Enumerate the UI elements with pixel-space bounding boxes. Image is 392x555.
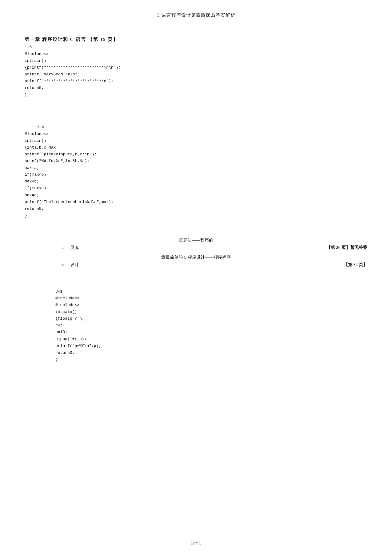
problem-1-6: 1-6 #include<> intmain() {inta,b,c,max; … (25, 125, 367, 219)
page-footer: 1/77 1 (0, 541, 392, 546)
chapter1-section: 第一章 程序设计和 C 语言 【第 15 页】 1-5 #include<> i… (25, 37, 367, 219)
page-header: C 语言程序设计第四版课后答案解析 (25, 12, 367, 18)
chapter2-num: 2 (62, 245, 70, 250)
problem-3-1-code: #include<> #include<> intmain() {floatp,… (55, 295, 367, 363)
problem-1-6-code: #include<> intmain() {inta,b,c,max; prin… (25, 131, 367, 219)
page-container: C 语言程序设计第四版课后答案解析 第一章 程序设计和 C 语言 【第 15 页… (0, 0, 392, 555)
chapter2-row: 2 灵魂 【第 36 页】暂无答案 (62, 245, 367, 250)
page-number: 1/77 1 (191, 541, 201, 545)
chapter3-title: 设计 (70, 262, 264, 268)
problem-1-5-code: #include<> intmain() {printf("**********… (25, 51, 367, 98)
chapter3-num: 3 (62, 262, 70, 267)
chapter2-title: 灵魂 (70, 245, 277, 250)
problem-1-6-label: 1-6 (37, 125, 367, 130)
toc-chapter3: 章最简单的 C 程序设计——顺序程序 3 设计 【第 82 页】 (25, 255, 367, 268)
chapter2-heading: 章算法——程序的 (25, 238, 367, 243)
problem-3-1: 3-1 #include<> #include<> intmain() {flo… (55, 289, 367, 363)
problem-3-1-label: 3-1 (55, 289, 367, 294)
chapter3-row: 3 设计 【第 82 页】 (62, 262, 367, 268)
problem-1-5: 1-5 #include<> intmain() {printf("******… (25, 45, 367, 98)
chapter3-heading: 章最简单的 C 程序设计——顺序程序 (25, 255, 367, 260)
chapter1-title: 第一章 程序设计和 C 语言 【第 15 页】 (25, 37, 367, 42)
page-title: C 语言程序设计第四版课后答案解析 (157, 13, 235, 18)
chapter3-section: 3-1 #include<> #include<> intmain() {flo… (55, 289, 367, 363)
chapter2-page: 【第 36 页】暂无答案 (326, 245, 367, 250)
problem-1-5-label: 1-5 (25, 45, 367, 50)
toc-chapter2: 章算法——程序的 2 灵魂 【第 36 页】暂无答案 (25, 238, 367, 250)
chapter3-page: 【第 82 页】 (344, 262, 367, 268)
